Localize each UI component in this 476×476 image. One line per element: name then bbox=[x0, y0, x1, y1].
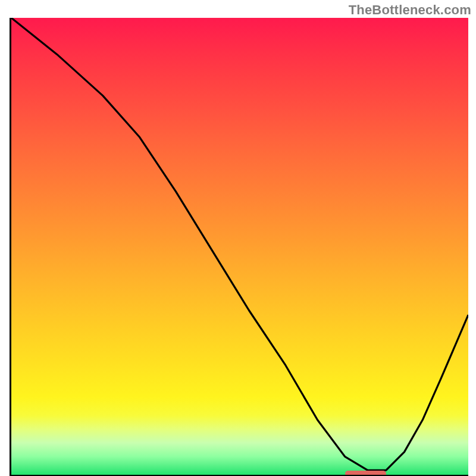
watermark-label: TheBottleneck.com bbox=[349, 2, 471, 18]
optimum-marker bbox=[345, 471, 386, 476]
plot-area bbox=[10, 18, 468, 476]
bottleneck-curve bbox=[11, 18, 468, 475]
chart-stage: TheBottleneck.com bbox=[0, 0, 476, 476]
